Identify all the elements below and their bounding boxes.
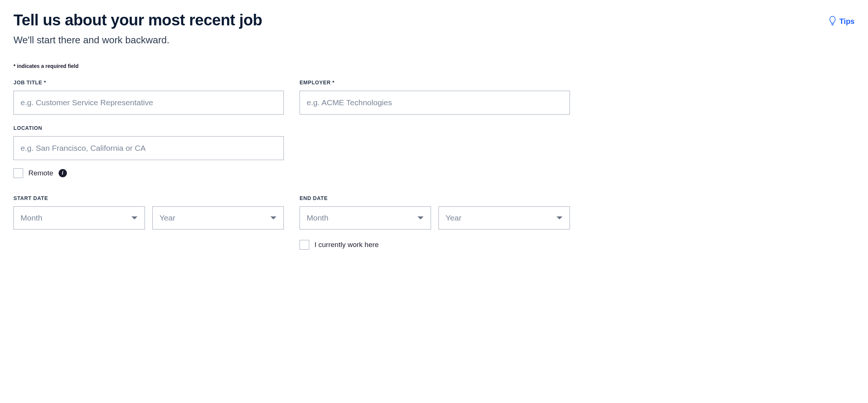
- page-subtitle: We'll start there and work backward.: [13, 34, 262, 46]
- location-label: LOCATION: [13, 125, 570, 131]
- end-month-select[interactable]: Month: [300, 206, 431, 229]
- end-month-placeholder: Month: [307, 213, 328, 222]
- employer-input[interactable]: [300, 91, 570, 115]
- remote-checkbox-label: Remote: [28, 169, 53, 177]
- employer-label: EMPLOYER *: [300, 79, 570, 85]
- job-title-label: JOB TITLE *: [13, 79, 284, 85]
- currently-work-here-label: I currently work here: [314, 241, 379, 249]
- start-year-select[interactable]: Year: [152, 206, 284, 229]
- info-icon[interactable]: i: [59, 169, 67, 177]
- job-title-input[interactable]: [13, 91, 284, 115]
- currently-work-here-checkbox[interactable]: [300, 240, 309, 250]
- end-date-label: END DATE: [300, 195, 570, 201]
- location-input[interactable]: [13, 136, 284, 160]
- start-month-select[interactable]: Month: [13, 206, 145, 229]
- required-field-note: * indicates a required field: [13, 63, 855, 69]
- remote-checkbox[interactable]: [13, 168, 23, 178]
- tips-label: Tips: [839, 17, 855, 26]
- start-date-label: START DATE: [13, 195, 284, 201]
- start-year-placeholder: Year: [159, 213, 175, 222]
- tips-link[interactable]: Tips: [829, 16, 855, 27]
- end-year-placeholder: Year: [446, 213, 461, 222]
- end-year-select[interactable]: Year: [438, 206, 570, 229]
- lightbulb-icon: [829, 16, 836, 27]
- page-title: Tell us about your most recent job: [13, 11, 262, 29]
- start-month-placeholder: Month: [21, 213, 42, 222]
